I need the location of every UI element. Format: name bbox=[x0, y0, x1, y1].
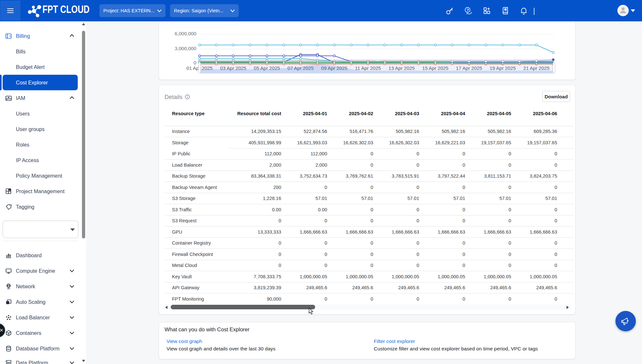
svg-text:09 Apr 2025: 09 Apr 2025 bbox=[321, 65, 348, 71]
svg-text:03 Apr 2025: 03 Apr 2025 bbox=[220, 65, 246, 71]
svg-text:0: 0 bbox=[194, 60, 196, 65]
svg-text:3,000,000: 3,000,000 bbox=[175, 46, 196, 51]
svg-text:19 Apr 2025: 19 Apr 2025 bbox=[490, 65, 516, 71]
svg-text:15 Apr 2025: 15 Apr 2025 bbox=[422, 65, 449, 71]
svg-text:13 Apr 2025: 13 Apr 2025 bbox=[389, 65, 415, 71]
svg-text:6,000,000: 6,000,000 bbox=[175, 31, 196, 36]
svg-text:?: ? bbox=[467, 8, 469, 12]
svg-text:07 Apr 2025: 07 Apr 2025 bbox=[288, 65, 314, 71]
svg-text:21 Apr 2025: 21 Apr 2025 bbox=[523, 65, 550, 71]
svg-text:11 Apr 2025: 11 Apr 2025 bbox=[355, 65, 381, 71]
svg-text:17 Apr 2025: 17 Apr 2025 bbox=[456, 65, 482, 71]
svg-text:05 Apr 2025: 05 Apr 2025 bbox=[254, 65, 280, 71]
